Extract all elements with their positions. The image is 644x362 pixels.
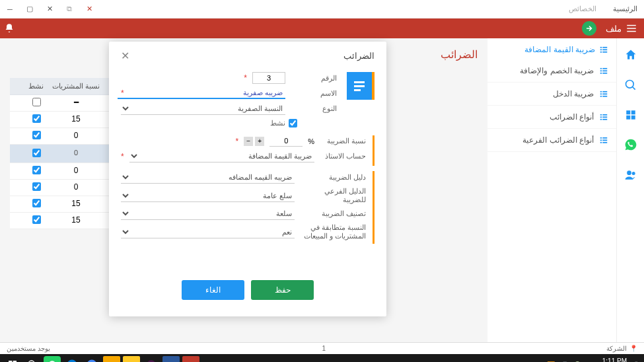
task-search-icon[interactable] — [24, 356, 41, 362]
modal-title: الضرائب — [343, 51, 375, 61]
svg-rect-30 — [600, 116, 602, 118]
taskbar-clock[interactable]: 1:11 PM 10-Dec-23 — [596, 357, 627, 362]
list-icon — [599, 45, 608, 54]
input-tax-pct[interactable] — [269, 135, 303, 147]
svg-rect-36 — [600, 139, 602, 141]
task-chrome-icon[interactable] — [83, 356, 100, 362]
app-menu[interactable]: الرئيسية — [613, 5, 637, 13]
list-icon — [599, 66, 608, 75]
svg-rect-17 — [600, 68, 602, 69]
svg-rect-8 — [631, 116, 635, 120]
task-slack-icon[interactable] — [143, 356, 160, 362]
col-purchase: نسبة المشتريات — [46, 78, 106, 94]
spin-up[interactable]: + — [255, 137, 264, 146]
select-ledger[interactable]: ضريبة القيمة المضافة — [129, 150, 314, 163]
svg-rect-7 — [626, 116, 630, 120]
spin-down[interactable]: − — [244, 137, 253, 146]
svg-rect-34 — [602, 119, 607, 120]
row-active-checkbox[interactable] — [32, 98, 41, 106]
home-icon[interactable] — [624, 48, 637, 64]
svg-rect-11 — [600, 47, 602, 48]
users-icon[interactable] — [624, 168, 637, 184]
label-tax-class: تصنيف الضريبة — [300, 209, 366, 218]
svg-point-3 — [626, 81, 633, 89]
svg-rect-24 — [600, 93, 602, 94]
select-sub-guide[interactable]: سلع عامة — [121, 190, 295, 202]
label-tax-pct: نسبة الضريبة — [320, 137, 366, 145]
row-active-checkbox[interactable] — [32, 199, 41, 207]
list-icon — [599, 135, 608, 145]
start-icon[interactable] — [4, 356, 21, 362]
row-active-checkbox[interactable] — [32, 166, 41, 174]
row-active-checkbox[interactable] — [32, 182, 41, 191]
task-word-icon[interactable]: W — [162, 356, 180, 362]
breadcrumb: ضريبة القيمة المضافة — [487, 45, 616, 59]
cancel-button[interactable]: الغاء — [182, 280, 244, 300]
panel-item-income-tax[interactable]: ضريبة الدخل — [487, 83, 616, 106]
row-active-checkbox[interactable] — [32, 114, 41, 123]
panel-item-discount-tax[interactable]: ضريبة الخصم والإضافة — [487, 59, 616, 83]
notification-bell-icon[interactable] — [0, 18, 18, 38]
modal-close-icon[interactable]: ✕ — [121, 50, 129, 62]
label-active: نشط — [270, 119, 285, 127]
input-name[interactable] — [118, 87, 285, 99]
required-icon: * — [121, 152, 124, 161]
sub-menu[interactable]: الخصائص — [569, 5, 596, 13]
maximize-button[interactable]: ▢ — [20, 0, 40, 18]
svg-line-4 — [632, 87, 635, 90]
vertical-sidebar — [616, 38, 644, 342]
task-explorer-icon[interactable] — [123, 356, 140, 362]
svg-rect-29 — [600, 114, 602, 116]
svg-rect-27 — [602, 93, 607, 94]
svg-rect-13 — [600, 52, 602, 53]
task-whatsapp-icon[interactable] — [44, 356, 61, 362]
label-name: الاسم — [291, 89, 337, 98]
svg-rect-22 — [602, 73, 607, 74]
minimize-button[interactable]: ─ — [0, 0, 20, 18]
close-button[interactable]: ✕ — [40, 0, 59, 18]
svg-rect-20 — [602, 68, 607, 69]
svg-rect-39 — [602, 139, 607, 141]
checkbox-active[interactable] — [289, 119, 297, 127]
task-edge-icon[interactable] — [63, 356, 81, 362]
select-match[interactable]: نعم — [121, 226, 295, 238]
select-type[interactable]: النسبة الصفرية — [121, 102, 285, 115]
task-app-icon[interactable] — [182, 356, 199, 362]
svg-rect-32 — [602, 114, 607, 116]
burger-icon[interactable] — [626, 22, 637, 34]
svg-point-10 — [631, 172, 635, 175]
required-icon: * — [121, 89, 124, 98]
forward-arrow-icon[interactable] — [582, 21, 596, 36]
form-icon — [347, 72, 375, 100]
svg-point-50 — [67, 360, 77, 363]
tab-close-icon[interactable]: ✕ — [79, 0, 99, 18]
svg-rect-6 — [631, 110, 635, 114]
label-number: الرقم — [291, 74, 337, 83]
svg-rect-28 — [602, 96, 607, 97]
users-status: يوجد مستخدمين — [7, 345, 50, 352]
row-active-checkbox[interactable] — [32, 149, 41, 157]
svg-rect-38 — [602, 137, 607, 139]
select-tax-guide[interactable]: ضريبه القيمه المضافه — [121, 171, 295, 184]
list-icon — [599, 89, 608, 98]
list-icon — [599, 112, 608, 122]
svg-rect-43 — [354, 89, 361, 91]
apps-icon[interactable] — [625, 109, 637, 124]
label-type: النوع — [291, 104, 337, 113]
row-active-checkbox[interactable] — [32, 131, 41, 139]
panel-item-tax-types[interactable]: أنواع الضرائب — [487, 106, 616, 129]
svg-rect-37 — [600, 142, 602, 143]
save-button[interactable]: حفظ — [251, 280, 314, 300]
panel-item-subtax-types[interactable]: أنواع الضرائب الفرعية — [487, 129, 616, 152]
input-number[interactable] — [252, 72, 285, 84]
task-store-icon[interactable] — [103, 356, 120, 362]
file-menu[interactable]: ملف — [606, 24, 622, 34]
tab-new-icon[interactable]: ⧉ — [59, 0, 79, 18]
search-icon[interactable] — [624, 79, 637, 94]
select-tax-class[interactable]: سلعة — [121, 207, 295, 220]
row-active-checkbox[interactable] — [32, 215, 41, 224]
whatsapp-icon[interactable] — [624, 138, 637, 154]
svg-rect-41 — [354, 81, 365, 83]
location-pin-icon: 📍 — [629, 345, 637, 352]
svg-rect-31 — [600, 119, 602, 120]
